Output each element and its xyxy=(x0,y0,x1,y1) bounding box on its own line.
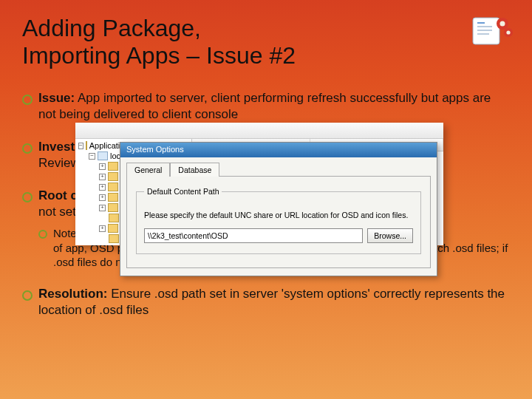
app-logo-icon xyxy=(471,13,516,49)
bullet-label: Resolution: xyxy=(38,287,108,301)
bullet-resolution: Resolution: Ensure .osd path set in serv… xyxy=(22,286,510,318)
collapse-icon[interactable]: − xyxy=(78,143,83,149)
browse-button[interactable]: Browse... xyxy=(367,228,413,243)
bullet-text: Ensure .osd path set in server 'system o… xyxy=(38,287,505,317)
bullet-text: App imported to server, client performin… xyxy=(38,91,491,121)
folder-icon xyxy=(108,193,118,202)
expand-icon[interactable]: + xyxy=(99,225,106,232)
group-legend: Default Content Path xyxy=(144,187,222,196)
dialog-title: System Options xyxy=(120,143,437,157)
collapse-icon[interactable]: − xyxy=(89,153,95,160)
folder-icon xyxy=(108,224,118,233)
svg-rect-3 xyxy=(477,30,492,31)
folder-icon xyxy=(109,214,119,222)
svg-point-6 xyxy=(500,21,505,27)
default-content-path-group: Default Content Path Please specify the … xyxy=(136,187,421,254)
expand-icon[interactable]: + xyxy=(99,205,106,211)
tab-body: Default Content Path Please specify the … xyxy=(126,176,431,268)
server-icon xyxy=(98,151,108,160)
folder-icon xyxy=(109,234,119,243)
tab-database[interactable]: Database xyxy=(170,163,219,177)
tab-general[interactable]: General xyxy=(126,163,170,177)
bullet-issue: Issue: App imported to server, client pe… xyxy=(22,90,510,123)
svg-rect-1 xyxy=(477,22,485,24)
folder-icon xyxy=(86,141,87,150)
svg-rect-2 xyxy=(477,26,492,27)
bullet-label: Issue: xyxy=(38,91,75,105)
group-description: Please specify the default UNC share or … xyxy=(144,211,413,219)
expand-icon[interactable]: + xyxy=(99,184,106,191)
system-options-dialog: System Options General Database Default … xyxy=(120,142,437,276)
folder-icon xyxy=(108,203,118,212)
folder-icon xyxy=(108,183,118,191)
mmc-window: − Application Virtualization Systems − l… xyxy=(75,123,443,245)
content-path-input[interactable] xyxy=(144,228,363,243)
folder-icon xyxy=(108,162,118,171)
folder-icon xyxy=(108,172,118,181)
svg-point-8 xyxy=(506,30,510,34)
expand-icon[interactable]: + xyxy=(99,194,106,201)
page-title: Adding Package, Importing Apps – Issue #… xyxy=(22,15,510,69)
svg-rect-4 xyxy=(477,33,489,35)
expand-icon[interactable]: + xyxy=(99,163,106,170)
expand-icon[interactable]: + xyxy=(99,174,106,180)
tabstrip: General Database xyxy=(120,157,437,176)
mmc-toolbar xyxy=(75,123,443,139)
